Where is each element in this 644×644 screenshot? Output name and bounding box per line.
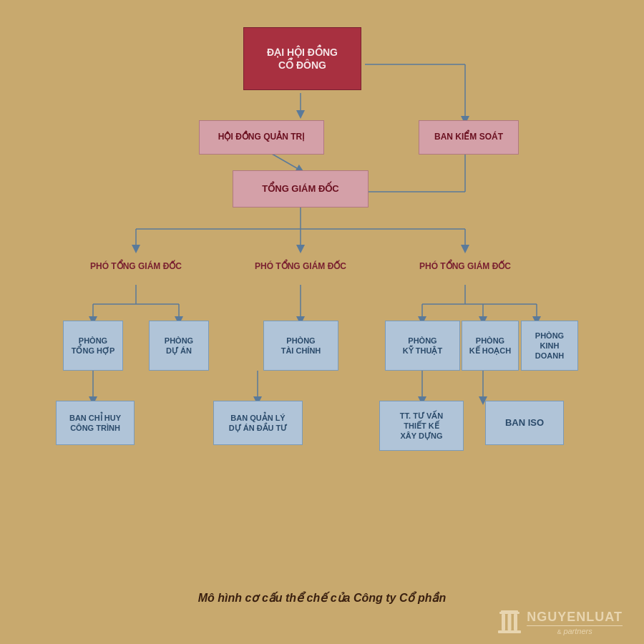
node-phong-du-an: PHÒNG DỰ ÁN bbox=[149, 321, 209, 371]
node-pho2: PHÓ TỔNG GIÁM ĐỐC bbox=[229, 249, 372, 285]
node-pho1: PHÓ TỔNG GIÁM ĐỐC bbox=[64, 249, 208, 285]
node-phong-ky-thuat: PHÒNG KỸ THUẬT bbox=[385, 321, 460, 371]
org-chart: ĐẠI HỘI ĐỒNG CỔ ĐÔNG HỘI ĐỒNG QUẢN TRỊ B… bbox=[21, 14, 623, 587]
node-phong-ke-hoach: PHÒNG KẾ HOẠCH bbox=[462, 321, 519, 371]
svg-rect-27 bbox=[498, 630, 521, 633]
svg-rect-29 bbox=[501, 610, 518, 613]
svg-rect-32 bbox=[514, 614, 517, 630]
node-pho3: PHÓ TỔNG GIÁM ĐỐC bbox=[394, 249, 537, 285]
node-tong-giam-doc: TỔNG GIÁM ĐỐC bbox=[233, 170, 369, 208]
logo-area: NGUYENLUAT & partners bbox=[498, 608, 623, 637]
node-hoi-dong-quan-tri: HỘI ĐỒNG QUẢN TRỊ bbox=[199, 120, 324, 155]
node-ban-chi-huy: BAN CHỈ HUY CÔNG TRÌNH bbox=[56, 401, 135, 445]
node-dai-hoi-dong: ĐẠI HỘI ĐỒNG CỔ ĐÔNG bbox=[243, 27, 361, 90]
logo-text: NGUYENLUAT & partners bbox=[527, 610, 623, 635]
logo-icon bbox=[498, 608, 521, 637]
svg-line-5 bbox=[272, 154, 301, 170]
svg-rect-31 bbox=[508, 614, 512, 630]
node-phong-kinh-doanh: PHÒNG KINH DOANH bbox=[521, 321, 578, 371]
node-phong-tong-hop: PHÒNG TỔNG HỢP bbox=[63, 321, 123, 371]
chart-caption: Mô hình cơ cấu thể chế của Công ty Cổ ph… bbox=[0, 591, 644, 605]
node-ban-quan-ly: BAN QUẢN LÝ DỰ ÁN ĐẦU TƯ bbox=[213, 401, 303, 445]
node-tt-tu-van: TT. TƯ VẤN THIẾT KẾ XÂY DỰNG bbox=[379, 401, 464, 451]
connections-svg bbox=[21, 14, 623, 587]
node-ban-kiem-soat: BAN KIỂM SOÁT bbox=[419, 120, 519, 155]
node-ban-iso: BAN ISO bbox=[485, 401, 564, 445]
svg-rect-30 bbox=[502, 614, 505, 630]
node-phong-tai-chinh: PHÒNG TÀI CHÍNH bbox=[263, 321, 338, 371]
